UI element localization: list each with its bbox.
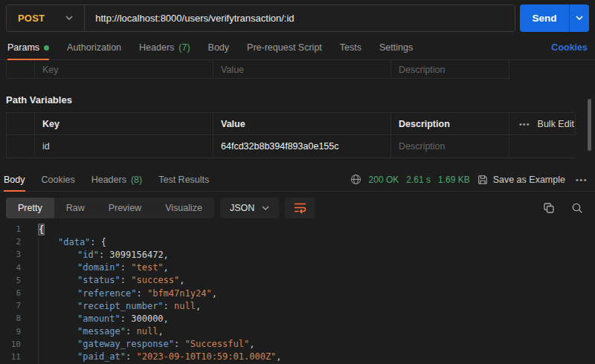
variable-value-input[interactable]: 64fcd32b8b394f893a0e155c bbox=[213, 135, 391, 157]
variable-key-input[interactable]: id bbox=[35, 135, 213, 157]
tab-label: Tests bbox=[340, 42, 361, 53]
tab-body[interactable]: Body bbox=[208, 36, 230, 59]
row-checkbox-cell[interactable] bbox=[7, 61, 35, 78]
header-checkbox-cell[interactable] bbox=[7, 113, 35, 134]
response-size[interactable]: 1.69 KB bbox=[438, 175, 470, 185]
chevron-down-icon bbox=[576, 16, 583, 20]
more-options-icon[interactable]: ••• bbox=[519, 120, 530, 129]
line-number: 4 bbox=[0, 263, 21, 273]
response-tabs-bar: Body Cookies Headers (8) Test Results 20… bbox=[0, 168, 595, 192]
text-wrap-icon bbox=[294, 202, 306, 214]
code-line: 4"domain": "test", bbox=[0, 261, 595, 274]
tab-pre-request-script[interactable]: Pre-request Script bbox=[247, 36, 322, 59]
tab-label: Headers bbox=[91, 175, 126, 185]
toolbar-right-actions bbox=[543, 202, 589, 214]
send-options-button[interactable] bbox=[570, 4, 589, 32]
wrap-lines-button[interactable] bbox=[285, 198, 315, 218]
bulk-edit-button[interactable]: Bulk Edit bbox=[538, 119, 574, 129]
response-view-switcher: Pretty Raw Preview Visualize bbox=[6, 198, 214, 218]
tab-label: Test Results bbox=[158, 175, 209, 185]
tab-label: Body bbox=[208, 42, 230, 53]
response-tab-headers[interactable]: Headers (8) bbox=[91, 168, 143, 191]
code-line: 3"id": 3099156472, bbox=[0, 248, 595, 261]
path-variables-header-row: Key Value Description ••• Bulk Edit bbox=[6, 112, 576, 135]
param-description-input[interactable]: Description bbox=[391, 61, 509, 78]
tab-label: Authorization bbox=[67, 42, 121, 53]
response-time[interactable]: 2.61 s bbox=[406, 175, 431, 185]
search-icon[interactable] bbox=[571, 202, 583, 214]
tab-label: Cookies bbox=[42, 175, 75, 185]
save-as-example-button[interactable]: Save as Example bbox=[477, 175, 565, 185]
view-pretty[interactable]: Pretty bbox=[6, 198, 54, 218]
line-number: 5 bbox=[0, 276, 21, 285]
path-variables-table: Key Value Description ••• Bulk Edit id 6… bbox=[6, 112, 576, 158]
code-line-content: "paid_at": "2023-09-10T10:59:01.000Z", bbox=[77, 351, 282, 362]
code-line: 10"gateway_response": "Successful", bbox=[0, 338, 595, 351]
response-tab-body[interactable]: Body bbox=[4, 168, 25, 191]
code-line: 9"message": null, bbox=[0, 325, 595, 338]
indent-guide bbox=[38, 237, 39, 364]
path-variables-title: Path Variables bbox=[6, 94, 72, 105]
tab-tests[interactable]: Tests bbox=[340, 36, 361, 59]
tab-label: Pre-request Script bbox=[247, 42, 322, 53]
tab-label: Body bbox=[4, 175, 25, 185]
url-container: POST http://localhost:8000/users/verifyt… bbox=[6, 4, 515, 32]
more-options-icon[interactable]: ••• bbox=[573, 175, 588, 184]
status-badge[interactable]: 200 OK bbox=[369, 175, 399, 185]
line-number: 2 bbox=[0, 237, 21, 247]
code-line: 5"status": "success", bbox=[0, 274, 595, 287]
response-meta: 200 OK 2.61 s 1.69 KB Save as Example ••… bbox=[350, 174, 588, 185]
tab-headers[interactable]: Headers (7) bbox=[139, 36, 190, 59]
line-number: 11 bbox=[0, 352, 21, 362]
tab-settings[interactable]: Settings bbox=[379, 36, 413, 59]
code-line-content: "message": null, bbox=[77, 326, 164, 337]
code-line: 1{ bbox=[0, 223, 595, 235]
code-line-content: "data": { bbox=[58, 237, 106, 247]
format-label: JSON bbox=[230, 203, 254, 213]
url-input[interactable]: http://localhost:8000/users/verifytransa… bbox=[85, 13, 515, 24]
row-checkbox-cell[interactable] bbox=[7, 135, 35, 157]
param-key-input[interactable]: Key bbox=[35, 61, 213, 78]
view-raw[interactable]: Raw bbox=[54, 198, 97, 218]
active-tab-underline bbox=[7, 59, 49, 60]
view-visualize[interactable]: Visualize bbox=[153, 198, 214, 218]
response-tab-test-results[interactable]: Test Results bbox=[158, 168, 209, 191]
line-number: 7 bbox=[0, 301, 21, 311]
send-label[interactable]: Send bbox=[520, 4, 569, 32]
format-dropdown[interactable]: JSON bbox=[220, 198, 279, 218]
vertical-scrollbar[interactable] bbox=[588, 99, 591, 151]
query-params-row: Key Value Description bbox=[6, 61, 509, 79]
column-header-value: Value bbox=[213, 113, 391, 134]
variable-description-input[interactable]: Description bbox=[391, 135, 509, 157]
code-line-content: "reference": "bfm47n1y24", bbox=[77, 288, 217, 299]
cookies-link[interactable]: Cookies bbox=[551, 42, 588, 53]
column-header-key: Key bbox=[35, 113, 213, 134]
code-line-content: "status": "success", bbox=[77, 275, 185, 285]
headers-count-badge: (7) bbox=[178, 42, 190, 53]
line-number: 9 bbox=[0, 327, 21, 337]
floppy-disk-icon bbox=[477, 175, 488, 185]
chevron-down-icon bbox=[65, 16, 73, 20]
line-number: 10 bbox=[0, 339, 21, 349]
response-body-viewer[interactable]: 1{2"data": {3"id": 3099156472,4"domain":… bbox=[0, 223, 595, 364]
code-line: 11"paid_at": "2023-09-10T10:59:01.000Z", bbox=[0, 351, 595, 363]
active-tab-underline bbox=[4, 190, 25, 192]
tab-params[interactable]: Params bbox=[7, 36, 49, 59]
params-active-dot bbox=[44, 45, 49, 51]
code-line: 6"reference": "bfm47n1y24", bbox=[0, 287, 595, 299]
line-number: 1 bbox=[0, 224, 21, 234]
copy-icon[interactable] bbox=[543, 202, 555, 214]
method-label: POST bbox=[18, 13, 45, 24]
tab-label: Settings bbox=[379, 42, 413, 53]
tab-authorization[interactable]: Authorization bbox=[67, 36, 121, 59]
send-button[interactable]: Send bbox=[520, 4, 589, 32]
method-selector[interactable]: POST bbox=[7, 5, 84, 31]
code-line-content: "domain": "test", bbox=[77, 262, 169, 273]
chevron-down-icon bbox=[262, 206, 269, 210]
response-tab-cookies[interactable]: Cookies bbox=[42, 168, 75, 191]
param-value-input[interactable]: Value bbox=[213, 61, 391, 78]
line-number: 8 bbox=[0, 313, 21, 323]
view-preview[interactable]: Preview bbox=[97, 198, 153, 218]
code-line: 2"data": { bbox=[0, 235, 595, 248]
code-line-content: { bbox=[39, 224, 44, 235]
